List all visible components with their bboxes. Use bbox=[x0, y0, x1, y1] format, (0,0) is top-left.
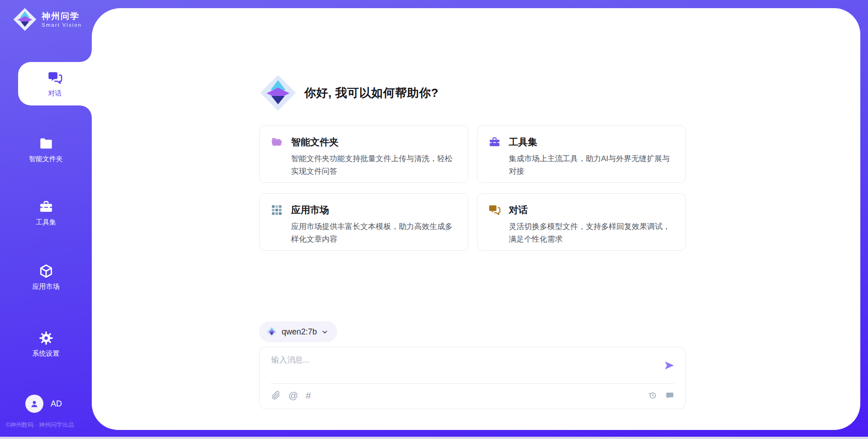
card-description: 灵活切换多模型文件，支持多样回复效果调试，满足个性化需求 bbox=[509, 220, 675, 246]
greeting-block: 你好, 我可以如何帮助你? bbox=[259, 74, 686, 112]
attach-icon[interactable] bbox=[271, 391, 281, 400]
sidebar: 神州问学 Smart Vision 对话 智能文件夹 工具集 bbox=[0, 0, 92, 439]
diamond-logo-icon bbox=[13, 7, 37, 32]
sidebar-item-smart-folder[interactable]: 智能文件夹 bbox=[0, 128, 92, 171]
composer-left-tools: @ # bbox=[271, 391, 311, 400]
user-initials: AD bbox=[51, 399, 62, 409]
card-title: 工具集 bbox=[509, 136, 538, 148]
sidebar-item-label: 应用市场 bbox=[33, 282, 60, 291]
cube-icon bbox=[38, 263, 54, 279]
sidebar-item-settings[interactable]: 系统设置 bbox=[0, 322, 92, 366]
chat-icon bbox=[47, 70, 63, 86]
card-title: 应用市场 bbox=[291, 204, 329, 216]
message-icon[interactable] bbox=[665, 391, 675, 400]
folder-open-icon bbox=[270, 136, 283, 148]
composer-right-tools bbox=[648, 391, 675, 400]
composer-divider bbox=[270, 383, 675, 384]
message-input[interactable] bbox=[271, 355, 642, 365]
brand-name: 神州问学 bbox=[42, 11, 82, 22]
person-icon bbox=[29, 398, 40, 409]
sidebar-item-chat[interactable]: 对话 bbox=[18, 62, 92, 105]
card-description: 应用市场提供丰富长文本模板，助力高效生成多样化文章内容 bbox=[291, 220, 457, 246]
diamond-logo-icon bbox=[266, 326, 277, 337]
toolbox-icon bbox=[488, 136, 501, 148]
brand-logo: 神州问学 Smart Vision bbox=[13, 7, 82, 32]
chat-bubbles-icon bbox=[488, 204, 501, 216]
sidebar-item-label: 对话 bbox=[48, 89, 62, 98]
diamond-logo-icon bbox=[259, 74, 297, 112]
model-selector[interactable]: qwen2:7b bbox=[259, 321, 337, 342]
card-toolset[interactable]: 工具集 集成市场上主流工具，助力AI与外界无缝扩展与对接 bbox=[477, 125, 686, 183]
history-icon[interactable] bbox=[648, 391, 657, 400]
brand-subtitle: Smart Vision bbox=[42, 22, 82, 28]
message-composer: @ # bbox=[259, 347, 686, 409]
card-app-market[interactable]: 应用市场 应用市场提供丰富长文本模板，助力高效生成多样化文章内容 bbox=[259, 193, 468, 251]
card-smart-folder[interactable]: 智能文件夹 智能文件夹功能支持批量文件上传与清洗，轻松实现文件问答 bbox=[259, 125, 468, 183]
mention-icon[interactable]: @ bbox=[288, 391, 298, 400]
greeting-title: 你好, 我可以如何帮助你? bbox=[304, 85, 439, 101]
card-chat[interactable]: 对话 灵活切换多模型文件，支持多样回复效果调试，满足个性化需求 bbox=[477, 193, 686, 251]
sidebar-item-label: 系统设置 bbox=[33, 349, 60, 358]
chevron-down-icon bbox=[321, 329, 328, 335]
avatar bbox=[25, 395, 43, 413]
user-profile[interactable]: AD bbox=[25, 395, 62, 413]
send-icon[interactable] bbox=[663, 359, 675, 372]
sidebar-item-label: 工具集 bbox=[36, 218, 56, 227]
copyright-text: ©神州数码 · 神州问学出品 bbox=[6, 421, 74, 429]
sidebar-item-app-market[interactable]: 应用市场 bbox=[0, 255, 92, 299]
feature-cards: 智能文件夹 智能文件夹功能支持批量文件上传与清洗，轻松实现文件问答 工具集 集成… bbox=[259, 125, 686, 251]
bottom-scrollbar-strip[interactable] bbox=[0, 437, 868, 439]
main-panel: 你好, 我可以如何帮助你? 智能文件夹 智能文件夹功能支持批量文件上传与清洗，轻… bbox=[92, 8, 860, 430]
card-description: 集成市场上主流工具，助力AI与外界无缝扩展与对接 bbox=[509, 153, 675, 178]
app-root: { "brand": { "name": "神州问学", "subtitle":… bbox=[0, 0, 868, 439]
model-name: qwen2:7b bbox=[282, 327, 317, 337]
sidebar-item-label: 智能文件夹 bbox=[29, 155, 63, 163]
folder-icon bbox=[38, 136, 54, 151]
sidebar-item-toolset[interactable]: 工具集 bbox=[0, 191, 92, 234]
card-description: 智能文件夹功能支持批量文件上传与清洗，轻松实现文件问答 bbox=[291, 153, 457, 178]
topic-icon[interactable]: # bbox=[306, 391, 311, 400]
card-title: 智能文件夹 bbox=[291, 136, 339, 148]
grid-cube-icon bbox=[270, 204, 283, 216]
gear-icon bbox=[38, 330, 54, 346]
card-title: 对话 bbox=[509, 204, 528, 216]
toolbox-icon bbox=[38, 199, 54, 215]
